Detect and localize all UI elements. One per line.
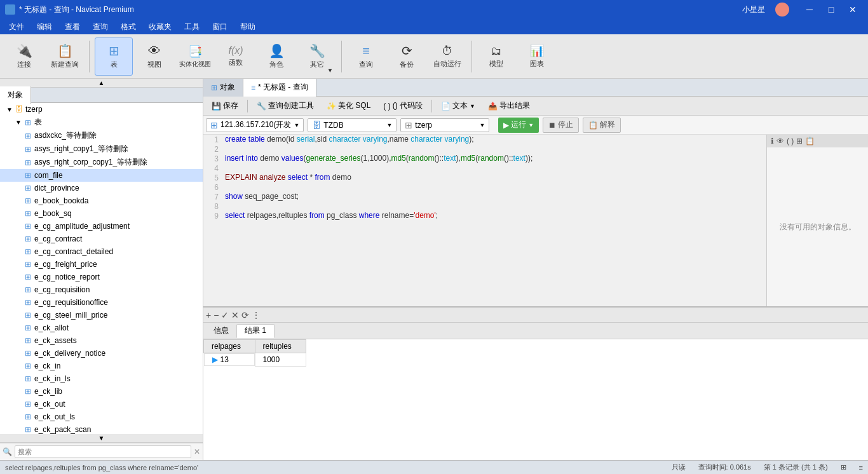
toolbar-role[interactable]: 👤 角色 xyxy=(257,37,295,76)
text-button[interactable]: 📄 文本 ▼ xyxy=(435,98,481,114)
tree-item-e-cg-requisitionoffice[interactable]: ⊞ e_cg_requisitionoffice xyxy=(0,296,203,309)
menu-favorites[interactable]: 收藏夹 xyxy=(142,19,178,34)
panel-scroll-down[interactable]: ▼ xyxy=(0,434,203,443)
toolbar-new-query[interactable]: 📋 新建查询 xyxy=(46,37,84,76)
toolbar-backup[interactable]: ⟳ 备份 xyxy=(388,37,426,76)
tree-item-e-ck-delivery-notice[interactable]: ⊞ e_ck_delivery_notice xyxy=(0,347,203,360)
menu-query[interactable]: 查询 xyxy=(86,19,114,34)
status-readonly: 只读 xyxy=(672,463,686,472)
db-select[interactable]: 🗄 TZDB ▼ xyxy=(308,118,397,132)
toolbar-query[interactable]: ≡ 查询 xyxy=(347,37,385,76)
tab-objects[interactable]: ⊞ 对象 xyxy=(203,79,243,97)
table-row[interactable]: ▶ 13 1000 xyxy=(204,353,306,367)
tree-item-tzerp[interactable]: ▼ 🗄 tzerp xyxy=(0,103,203,116)
results-tab-info[interactable]: 信息 xyxy=(206,324,236,338)
tree-scroll-area[interactable]: ▼ 🗄 tzerp ▼ ⊞ 表 ⊞ asdxckc_等待删除 ⊞ asys_ri… xyxy=(0,103,203,434)
tree-item-e-cg-amplitude[interactable]: ⊞ e_cg_amplitude_adjustment xyxy=(0,220,203,233)
status-list-icon[interactable]: ≡ xyxy=(859,464,863,471)
tree-label-e-cg-requisition: e_cg_requisition xyxy=(34,285,90,294)
tree-item-tables-group[interactable]: ▼ ⊞ 表 xyxy=(0,116,203,129)
tree-item-e-cg-notice-report[interactable]: ⊞ e_cg_notice_report xyxy=(0,271,203,283)
tree-item-e-ck-lib[interactable]: ⊞ e_ck_lib xyxy=(0,385,203,398)
tree-item-asdxckc[interactable]: ⊞ asdxckc_等待删除 xyxy=(0,129,203,142)
status-grid-icon[interactable]: ⊞ xyxy=(841,463,846,471)
sql-text-7: show seq_page_cost; xyxy=(225,192,764,201)
window-controls[interactable]: ─ □ ✕ xyxy=(799,0,863,19)
minimize-button[interactable]: ─ xyxy=(799,0,820,19)
copy-icon[interactable]: 📋 xyxy=(805,137,815,146)
toolbar-model[interactable]: 🗂 模型 xyxy=(477,37,515,76)
remove-row-icon[interactable]: − xyxy=(214,310,219,320)
explain-button[interactable]: 📋 解释 xyxy=(583,118,621,133)
tree-item-asys-right-copy1[interactable]: ⊞ asys_right_copy1_等待删除 xyxy=(0,142,203,156)
menu-edit[interactable]: 编辑 xyxy=(31,19,58,34)
tab-objects-label: 对象 xyxy=(220,82,235,93)
db-icon: 🗄 xyxy=(14,104,24,114)
query-sep-1 xyxy=(247,100,248,112)
results-tab-1[interactable]: 结果 1 xyxy=(236,324,275,338)
tree-item-e-cg-contract[interactable]: ⊞ e_cg_contract xyxy=(0,233,203,245)
server-select[interactable]: ⊞ 121.36.157.210(开发 ▼ xyxy=(206,118,304,132)
toolbar-function[interactable]: f(x) 函数 xyxy=(217,37,255,76)
code-icon[interactable]: ( ) xyxy=(787,137,794,146)
toolbar-auto-run[interactable]: ⏱ 自动运行 xyxy=(428,37,466,76)
tree-item-e-cg-steel-mill-price[interactable]: ⊞ e_cg_steel_mill_price xyxy=(0,309,203,322)
menu-tools[interactable]: 工具 xyxy=(178,19,206,34)
menu-view[interactable]: 查看 xyxy=(58,19,86,34)
tree-item-e-ck-pack-scan[interactable]: ⊞ e_ck_pack_scan xyxy=(0,423,203,434)
tree-item-e-ck-out-ls[interactable]: ⊞ e_ck_out_ls xyxy=(0,410,203,423)
export-results-button[interactable]: 📤 导出结果 xyxy=(482,98,536,114)
tree-item-e-cg-requisition[interactable]: ⊞ e_cg_requisition xyxy=(0,283,203,296)
db-dropdown-icon: ▼ xyxy=(386,122,392,128)
tree-item-dict-province[interactable]: ⊞ dict_province xyxy=(0,182,203,194)
info-icon[interactable]: ℹ xyxy=(771,137,774,146)
toolbar-chart[interactable]: 📊 图表 xyxy=(518,37,556,76)
toolbar-connect[interactable]: 🔌 连接 xyxy=(5,37,43,76)
tree-item-e-ck-allot[interactable]: ⊞ e_ck_allot xyxy=(0,322,203,334)
tree-item-com-file[interactable]: ⊞ com_file xyxy=(0,169,203,182)
sql-editor[interactable]: 1 create table demo(id serial,sid charac… xyxy=(203,135,766,306)
refresh-icon[interactable]: ⟳ xyxy=(241,310,249,320)
object-info-body: 没有可用的对象信息。 xyxy=(767,147,868,306)
tree-item-e-cg-freight-price[interactable]: ⊞ e_cg_freight_price xyxy=(0,258,203,271)
preview-icon[interactable]: 👁 xyxy=(776,137,784,146)
tree-label-e-cg-steel-mill-price: e_cg_steel_mill_price xyxy=(34,311,107,320)
schema-select[interactable]: ⊞ tzerp ▼ xyxy=(400,118,489,132)
search-close-icon[interactable]: ✕ xyxy=(194,447,200,456)
export-icon: 📤 xyxy=(488,102,498,111)
tree-item-e-book-sq[interactable]: ⊞ e_book_sq xyxy=(0,207,203,220)
menu-file[interactable]: 文件 xyxy=(3,19,31,34)
menu-format[interactable]: 格式 xyxy=(114,19,142,34)
stop-button[interactable]: ⏹ 停止 xyxy=(543,118,579,133)
tree-item-e-cg-contract-detailed[interactable]: ⊞ e_cg_contract_detailed xyxy=(0,245,203,258)
toolbar-other[interactable]: 🔧 其它 ▼ xyxy=(298,37,336,76)
discard-icon[interactable]: ✕ xyxy=(231,310,239,320)
toolbar-table[interactable]: ⊞ 表 xyxy=(95,37,133,76)
add-row-icon[interactable]: + xyxy=(206,310,211,320)
more-icon[interactable]: ⋮ xyxy=(252,310,261,320)
tree-label-e-ck-assets: e_ck_assets xyxy=(34,336,77,345)
toolbar-view[interactable]: 👁 视图 xyxy=(135,37,173,76)
tree-item-e-ck-in[interactable]: ⊞ e_ck_in xyxy=(0,360,203,372)
tree-item-e-ck-assets[interactable]: ⊞ e_ck_assets xyxy=(0,334,203,347)
maximize-button[interactable]: □ xyxy=(821,0,841,19)
menu-window[interactable]: 窗口 xyxy=(206,19,234,34)
beautify-sql-button[interactable]: ✨ 美化 SQL xyxy=(321,98,376,114)
grid-icon[interactable]: ⊞ xyxy=(796,137,803,146)
toolbar-materialized-view[interactable]: 📑 实体化视图 xyxy=(176,37,214,76)
left-tab-objects[interactable]: 对象 xyxy=(0,86,31,104)
tree-item-e-book-bookda[interactable]: ⊞ e_book_bookda xyxy=(0,194,203,207)
run-button[interactable]: ▶ 运行 ▼ xyxy=(498,118,539,133)
save-button[interactable]: 💾 保存 xyxy=(206,98,244,114)
confirm-icon[interactable]: ✓ xyxy=(221,310,229,320)
tree-item-e-ck-out[interactable]: ⊞ e_ck_out xyxy=(0,398,203,410)
code-snippet-button[interactable]: ( ) () 代码段 xyxy=(377,98,428,114)
search-input[interactable] xyxy=(15,445,191,458)
query-builder-button[interactable]: 🔧 查询创建工具 xyxy=(251,98,320,114)
close-button[interactable]: ✕ xyxy=(843,0,863,19)
menu-help[interactable]: 帮助 xyxy=(234,19,262,34)
tree-item-asys-right-corp-copy1[interactable]: ⊞ asys_right_corp_copy1_等待删除 xyxy=(0,156,203,169)
results-toolbar: + − ✓ ✕ ⟳ ⋮ xyxy=(203,308,868,323)
tab-query[interactable]: ≡ * 无标题 - 查询 xyxy=(243,79,316,97)
tree-item-e-ck-in-ls[interactable]: ⊞ e_ck_in_ls xyxy=(0,372,203,385)
